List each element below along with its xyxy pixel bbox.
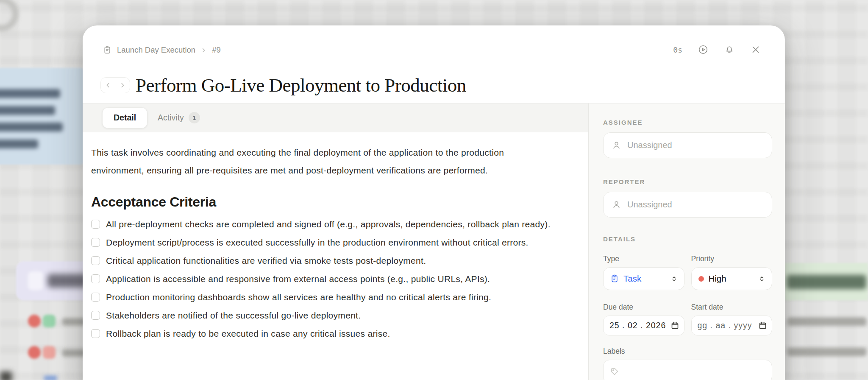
labels-input[interactable] [603,360,772,380]
reporter-value: Unassigned [627,200,672,210]
screen: Launch Day Execution #9 0s [0,0,868,380]
due-date-label: Due date [603,303,684,312]
chevron-left-icon [105,82,111,88]
section-heading: Acceptance Criteria [91,194,551,210]
type-label: Type [603,254,684,263]
main-column: Detail Activity 1 This task involves coo… [83,103,588,380]
task-navigation [100,77,130,93]
start-date-label: Start date [691,303,773,312]
checklist-item-text: Rollback plan is ready to be executed in… [106,324,390,343]
start-timer-button[interactable] [698,44,709,55]
play-circle-icon [698,45,708,55]
checklist-item: Rollback plan is ready to be executed in… [91,324,551,343]
breadcrumb-project-link[interactable]: Launch Day Execution [117,45,195,55]
activity-count-badge: 1 [189,112,200,123]
modal-header: Launch Day Execution #9 0s [83,25,785,103]
tab-bar: Detail Activity 1 [83,103,588,132]
chevron-right-icon [120,82,125,88]
checklist-item: All pre-deployment checks are completed … [91,215,551,233]
breadcrumb: Launch Day Execution #9 [103,44,760,56]
checklist-item: Production monitoring dashboards show al… [91,288,551,306]
due-date-input[interactable]: 25 . 02 . 2026 [603,316,684,335]
task-description: This task involves coordinating and exec… [91,144,551,179]
tab-detail[interactable]: Detail [102,107,147,129]
task-detail-modal: Launch Day Execution #9 0s [83,25,785,380]
header-actions: 0s [673,44,761,55]
type-select[interactable]: Task [603,267,684,290]
checklist-item-text: Deployment script/process is executed su… [106,233,529,251]
background-red-dot [28,315,41,327]
labels-label: Labels [603,347,772,356]
reporter-section-label: REPORTER [603,178,772,185]
due-date-value: 25 . 02 . 2026 [609,321,670,330]
notifications-button[interactable] [724,44,735,55]
checkbox[interactable] [91,274,100,283]
time-tracked-value: 0s [673,45,682,54]
tag-icon [610,367,619,376]
reporter-field[interactable]: Unassigned [603,192,772,218]
task-content: This task involves coordinating and exec… [83,132,588,380]
chevron-right-icon [201,48,206,53]
clipboard-icon [103,46,111,54]
checklist-item-text: Application is accessible and responsive… [106,270,490,288]
assignee-section-label: ASSIGNEE [603,119,772,126]
person-icon [612,140,621,150]
start-date-input[interactable]: gg . aa . yyyy [691,316,773,335]
checkbox[interactable] [91,256,100,265]
checkbox[interactable] [91,293,100,302]
details-section-label: DETAILS [603,235,772,243]
checklist-item-text: All pre-deployment checks are completed … [106,215,551,233]
background-red-dot [28,346,41,359]
background-green-chip [43,315,56,327]
background-blue-blob [44,376,57,380]
background-text-blur [787,317,866,326]
checklist-item-text: Critical application functionalities are… [106,251,426,270]
checklist-item: Deployment script/process is executed su… [91,233,551,251]
close-icon [751,45,761,55]
start-date-placeholder: gg . aa . yyyy [698,321,759,330]
previous-task-button[interactable] [101,78,115,93]
checkbox[interactable] [91,220,100,229]
type-value: Task [623,274,641,284]
priority-select[interactable]: High [691,267,773,290]
background-text-blur [787,348,866,356]
assignee-value: Unassigned [627,140,672,150]
background-table-header-blur [16,261,93,300]
bell-icon [724,45,734,55]
checklist-item: Stakeholders are notified of the success… [91,306,551,324]
checkbox[interactable] [91,238,100,247]
task-type-icon [610,274,619,283]
checkbox[interactable] [91,329,100,338]
priority-dot-icon [698,276,704,282]
assignee-field[interactable]: Unassigned [603,132,772,158]
background-red-chip [43,346,56,359]
checkbox[interactable] [91,311,100,320]
modal-body: Detail Activity 1 This task involves coo… [83,103,785,380]
unfold-icon [670,275,678,283]
acceptance-checklist: All pre-deployment checks are completed … [91,215,551,343]
close-button[interactable] [750,44,761,55]
tab-activity-label: Activity [158,113,184,123]
calendar-icon[interactable] [670,321,679,330]
background-dark-blob [0,372,12,380]
background-green-band-blur [785,263,868,300]
checklist-item-text: Stakeholders are notified of the success… [106,306,361,324]
breadcrumb-task-number: #9 [212,45,221,55]
priority-label: Priority [691,254,773,263]
person-icon [612,200,621,210]
next-task-button[interactable] [115,78,130,93]
checklist-item: Application is accessible and responsive… [91,270,551,288]
background-blue-card-blur [0,68,85,165]
checklist-item-text: Production monitoring dashboards show al… [106,288,491,306]
checklist-item: Critical application functionalities are… [91,251,551,270]
tab-activity[interactable]: Activity 1 [158,112,200,123]
unfold-icon [758,275,766,283]
priority-value: High [709,274,726,284]
task-sidebar: ASSIGNEE Unassigned REPORTER Unassigned … [588,103,785,380]
task-title: Perform Go-Live Deployment to Production [136,74,466,96]
calendar-icon[interactable] [758,321,767,330]
title-row: Perform Go-Live Deployment to Production [100,74,760,96]
